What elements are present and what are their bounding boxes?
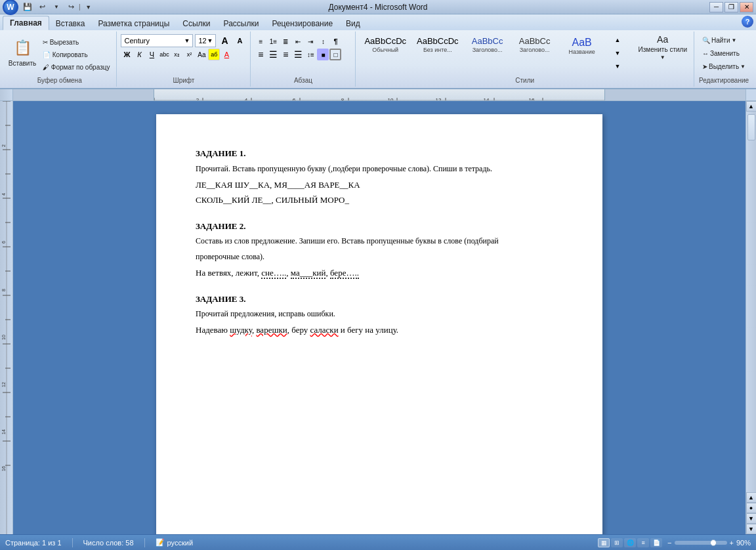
decrease-font-button[interactable]: A: [233, 34, 246, 47]
select-browse-button[interactable]: ●: [746, 503, 757, 513]
find-button[interactable]: 🔍 Найти ▼: [700, 34, 748, 46]
zoom-slider[interactable]: [675, 541, 727, 545]
status-right-area: ▦ ⊞ 🌐 ≡ 📄 − + 90%: [598, 538, 751, 547]
scroll-track[interactable]: [746, 112, 757, 492]
show-marks-button[interactable]: ¶: [329, 35, 341, 47]
svg-text:8: 8: [1, 289, 6, 291]
full-screen-button[interactable]: ⊞: [611, 538, 623, 547]
restore-button[interactable]: ❐: [724, 2, 738, 12]
line-spacing-button[interactable]: ↕≡: [304, 49, 316, 60]
statusbar: Страница: 1 из 1 Число слов: 58 📝 русски…: [0, 534, 756, 550]
help-button[interactable]: ?: [742, 16, 753, 28]
increase-indent-button[interactable]: ⇥: [304, 35, 316, 47]
paste-button[interactable]: 📋 Вставить: [7, 35, 38, 75]
change-styles-button[interactable]: Аа Изменить стили ▼: [636, 34, 690, 60]
font-color-button[interactable]: А: [220, 49, 232, 60]
paragraph-group: ≡ 1≡ ≣ ⇤ ⇥ ↕ ¶ ≡ ☰ ≡ ☰ ↕≡ ■ □ Абзац: [251, 32, 356, 87]
ribbon-tabs: Главная Вставка Разметка страницы Ссылки…: [0, 14, 756, 30]
style-no-spacing[interactable]: AaBbCcDc Без инте...: [412, 34, 463, 57]
web-layout-button[interactable]: 🌐: [624, 538, 636, 547]
styles-scroll-down[interactable]: ▼: [612, 47, 623, 59]
font-size-input[interactable]: 12 ▼: [195, 34, 216, 47]
zoom-in-button[interactable]: +: [730, 539, 734, 547]
office-orb[interactable]: W: [3, 0, 18, 15]
draft-view-button[interactable]: 📄: [650, 538, 662, 547]
styles-scroll-up[interactable]: ▲: [612, 34, 623, 46]
zoom-out-button[interactable]: −: [667, 539, 671, 547]
styles-group: AaBbCcDc Обычный AaBbCcDc Без инте... Aa…: [356, 32, 694, 87]
ribbon: 📋 Вставить ✂ Вырезать 📄 Копировать 🖌 Фор…: [0, 30, 756, 89]
minimize-button[interactable]: ─: [709, 2, 723, 12]
task2-line1: На ветвях, лежит, сне….., ма___кий, бере…: [196, 266, 563, 280]
shading-button[interactable]: ■: [317, 49, 329, 60]
align-center-button[interactable]: ☰: [267, 49, 279, 60]
tab-page-layout[interactable]: Разметка страницы: [91, 17, 176, 30]
borders-button[interactable]: □: [329, 49, 341, 60]
bullets-button[interactable]: ≡: [255, 35, 266, 47]
replace-button[interactable]: ↔ Заменить: [700, 47, 748, 59]
svg-text:12: 12: [1, 382, 6, 387]
svg-text:16: 16: [1, 466, 6, 471]
sort-button[interactable]: ↕: [317, 35, 329, 47]
page-down-button[interactable]: ▼: [746, 513, 757, 524]
style-heading1[interactable]: AaBbCc Заголово...: [465, 34, 511, 57]
task2-instruction2: проверочные слова).: [196, 251, 563, 263]
cut-button[interactable]: ✂ Вырезать: [40, 37, 112, 49]
subscript-button[interactable]: x₂: [171, 49, 182, 60]
strikethrough-button[interactable]: abc: [158, 49, 170, 60]
increase-font-button[interactable]: A: [218, 34, 231, 47]
zoom-thumb[interactable]: [710, 539, 717, 546]
select-button[interactable]: ➤ Выделить ▼: [700, 60, 748, 72]
decrease-indent-button[interactable]: ⇤: [292, 35, 304, 47]
zoom-control[interactable]: − + 90%: [667, 539, 751, 547]
document-page[interactable]: ЗАДАНИЕ 1. Прочитай. Вставь пропущенную …: [156, 114, 602, 534]
tab-review[interactable]: Рецензирование: [265, 17, 339, 30]
style-heading2[interactable]: AaBbCc Заголово...: [512, 34, 558, 57]
clear-format-button[interactable]: Аа: [196, 49, 207, 60]
tab-mailings[interactable]: Рассылки: [217, 17, 266, 30]
bold-button[interactable]: Ж: [121, 49, 133, 60]
task3-word1: шудку: [230, 325, 252, 335]
tab-home[interactable]: Главная: [3, 16, 49, 30]
justify-button[interactable]: ☰: [292, 49, 304, 60]
italic-button[interactable]: К: [133, 49, 145, 60]
tab-references[interactable]: Ссылки: [176, 17, 217, 30]
scroll-up-button[interactable]: ▲: [746, 101, 757, 112]
paste-icon: 📋: [12, 37, 33, 58]
align-left-button[interactable]: ≡: [255, 49, 266, 60]
numbering-button[interactable]: 1≡: [267, 35, 279, 47]
ruler-corner: [0, 89, 13, 101]
print-layout-button[interactable]: ▦: [598, 538, 610, 547]
spell-check-icon: 📝: [156, 538, 165, 547]
vertical-scrollbar[interactable]: ▲ ▲ ● ▼ ▼: [746, 101, 756, 534]
window-title: Документ4 - Microsoft Word: [3, 3, 753, 12]
zoom-percent[interactable]: 90%: [736, 539, 751, 547]
tab-view[interactable]: Вид: [339, 17, 367, 30]
redo-button[interactable]: ↪: [64, 1, 77, 13]
align-right-button[interactable]: ≡: [280, 49, 291, 60]
style-title[interactable]: AaB Название: [559, 34, 605, 57]
tab-insert[interactable]: Вставка: [49, 17, 92, 30]
superscript-button[interactable]: x²: [183, 49, 195, 60]
scroll-thumb[interactable]: [747, 114, 755, 140]
page-up-button[interactable]: ▲: [746, 492, 757, 503]
task3-word2: варешки: [256, 325, 287, 335]
scroll-down-button[interactable]: ▼: [746, 524, 757, 534]
styles-more[interactable]: ▼: [612, 60, 623, 72]
save-button[interactable]: 💾: [21, 1, 34, 13]
svg-text:6: 6: [1, 241, 6, 243]
outline-view-button[interactable]: ≡: [637, 538, 649, 547]
multilevel-list-button[interactable]: ≣: [280, 35, 291, 47]
underline-button[interactable]: Ч: [146, 49, 158, 60]
svg-text:8: 8: [341, 97, 345, 102]
customize-button[interactable]: ▼: [82, 1, 95, 13]
undo-arrow[interactable]: ▼: [50, 1, 63, 13]
copy-button[interactable]: 📄 Копировать: [40, 49, 112, 61]
font-name-input[interactable]: Century ▼: [121, 34, 193, 47]
close-button[interactable]: ✕: [740, 2, 753, 12]
text-highlight-button[interactable]: аб: [208, 49, 220, 60]
task1-block: ЗАДАНИЕ 1. Прочитай. Вставь пропущенную …: [196, 147, 563, 207]
style-normal[interactable]: AaBbCcDc Обычный: [360, 34, 411, 57]
format-painter-button[interactable]: 🖌 Формат по образцу: [40, 62, 112, 74]
undo-button[interactable]: ↩: [35, 1, 49, 13]
